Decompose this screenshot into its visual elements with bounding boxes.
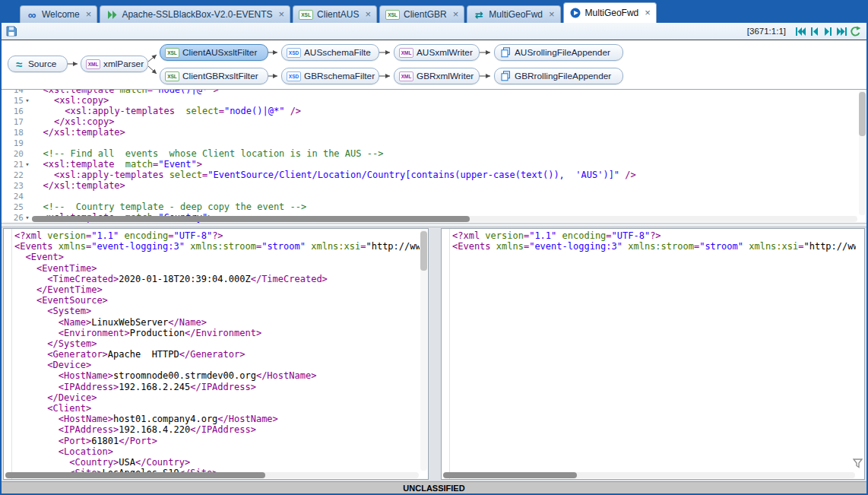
line-number[interactable]: 25 <box>2 201 32 212</box>
pipeline-editor: ≈SourceXMLxmlParserXSLClientAUSxsltFilte… <box>2 40 866 90</box>
xslt-icon: XSL <box>385 10 400 20</box>
infinity-icon: ∞ <box>26 9 38 21</box>
code-line: 25 <!-- Country template - deep copy the… <box>2 201 857 212</box>
line-number[interactable]: 14 <box>2 90 32 95</box>
xml-line: </System> <box>14 338 420 349</box>
tab-label: Welcome <box>42 9 80 20</box>
pipeline-element-ClientAUSxsltFilter[interactable]: XSLClientAUSxsltFilter <box>160 44 268 61</box>
line-number[interactable]: 22 <box>2 170 32 180</box>
xml-line: <EventTime> <box>14 263 420 274</box>
editor-content: 14 <xsl:template match="node()|@*">15▾ <… <box>2 90 857 223</box>
xslt-icon: XSL <box>299 10 313 20</box>
save-button[interactable] <box>5 24 18 38</box>
element-label: GBRrollingFileAppender <box>515 71 611 81</box>
code-line: 18 </xsl:template> <box>2 127 857 138</box>
xml-line: </EventTime> <box>14 284 420 295</box>
close-icon[interactable]: × <box>365 11 371 18</box>
editor-horizontal-scrollbar[interactable] <box>32 216 857 222</box>
rolling-file-icon <box>499 71 512 82</box>
refresh-button[interactable] <box>848 25 862 38</box>
editor-vertical-scrollbar[interactable] <box>859 90 866 215</box>
xml-line: <System> <box>14 306 420 316</box>
step-last-button[interactable] <box>835 25 848 38</box>
xml-line: <Location> <box>14 446 420 457</box>
code-line: 14 <xsl:template match="node()|@*"> <box>2 90 857 95</box>
classification-text: UNCLASSIFIED <box>403 484 464 493</box>
tab-clientaus[interactable]: XSLClientAUS× <box>293 5 377 23</box>
line-number[interactable]: 16 <box>2 106 32 116</box>
line-number[interactable]: 23 <box>2 180 32 191</box>
xml-line: <IPAddress>192.168.4.220</IPAddress> <box>14 424 420 435</box>
element-label: Source <box>28 59 56 69</box>
pipeline-element-AUSschemaFilte[interactable]: XSDAUSschemaFilte <box>281 44 379 61</box>
refresh-icon <box>850 26 861 37</box>
input-data-pane[interactable]: <?xml version="1.1" encoding="UTF-8"?><E… <box>3 228 429 480</box>
line-number[interactable]: 15▾ <box>2 95 32 106</box>
stepper-icon <box>569 8 581 19</box>
line-number[interactable]: 19 <box>2 138 32 148</box>
pipeline-element-ClientGBRxsltFilter[interactable]: XSLClientGBRxsltFilter <box>160 68 268 84</box>
output-xml: <?xml version="1.1" encoding="UTF-8"?><E… <box>452 230 856 479</box>
element-label: ClientGBRxsltFilter <box>182 71 258 81</box>
tab-label: MultiGeoFwd <box>585 8 639 18</box>
xml-icon: XML <box>399 48 413 58</box>
tab-bar: ∞Welcome×Apache-SSLBlackBox-V2.0-EVENTS×… <box>2 0 866 23</box>
pipeline-element-GBRschemaFilter[interactable]: XSDGBRschemaFilter <box>281 68 379 84</box>
element-label: GBRxmlWriter <box>417 71 474 81</box>
xml-icon: XML <box>86 59 100 69</box>
element-label: ClientAUSxsltFilter <box>182 47 257 58</box>
close-icon[interactable]: × <box>86 11 92 18</box>
save-icon <box>5 25 17 37</box>
line-number[interactable]: 18 <box>2 127 32 138</box>
xslt-code-editor[interactable]: 14 <xsl:template match="node()|@*">15▾ <… <box>2 90 866 223</box>
stroom-app-window: ∞Welcome×Apache-SSLBlackBox-V2.0-EVENTS×… <box>0 0 868 495</box>
xml-line: <?xml version="1.1" encoding="UTF-8"?> <box>14 230 420 241</box>
xml-line: <Name>LinuxWebServer</Name> <box>14 317 420 328</box>
step-forward-icon <box>825 27 832 36</box>
pipeline-element-xmlParser[interactable]: XMLxmlParser <box>81 56 148 72</box>
tab-apache-sslblackbox-v2.0-events[interactable]: Apache-SSLBlackBox-V2.0-EVENTS× <box>100 5 290 23</box>
pipeline-element-AUSrollingFileAppender[interactable]: AUSrollingFileAppender <box>494 44 623 61</box>
line-number[interactable]: 24 <box>2 191 32 201</box>
xml-line: <HostName>host01.company4.org</HostName> <box>14 414 420 424</box>
tab-label: Apache-SSLBlackBox-V2.0-EVENTS <box>122 9 272 20</box>
xml-line: <Client> <box>14 403 420 414</box>
xml-line: <?xml version="1.1" encoding="UTF-8"?> <box>452 230 856 241</box>
xml-line: <Generator>Apache HTTPD</Generator> <box>14 349 420 360</box>
pipeline-element-GBRxmlWriter[interactable]: XMLGBRxmlWriter <box>394 68 480 84</box>
close-icon[interactable]: × <box>549 11 555 18</box>
input-horizontal-scrollbar[interactable] <box>5 472 419 478</box>
close-icon[interactable]: × <box>453 11 459 18</box>
output-data-pane[interactable]: <?xml version="1.1" encoding="UTF-8"?><E… <box>441 228 865 480</box>
code-line: 19 <box>2 138 857 148</box>
output-horizontal-scrollbar[interactable] <box>443 472 855 478</box>
step-forward-button[interactable] <box>821 25 835 38</box>
close-icon[interactable]: × <box>278 11 284 18</box>
line-number[interactable]: 26▾ <box>2 212 32 223</box>
tab-multigeofwd[interactable]: MultiGeoFwd× <box>563 2 657 23</box>
pipeline-element-GBRrollingFileAppender[interactable]: GBRrollingFileAppender <box>494 68 623 84</box>
close-icon[interactable]: × <box>645 9 651 17</box>
pipeline-element-Source[interactable]: ≈Source <box>8 56 68 72</box>
filter-icon[interactable] <box>853 458 863 471</box>
input-vertical-scrollbar[interactable] <box>420 230 427 471</box>
tab-multigeofwd[interactable]: ⇄MultiGeoFwd× <box>467 5 560 23</box>
step-first-icon <box>796 27 806 36</box>
pipeline-element-AUSxmlWriter[interactable]: XMLAUSxmlWriter <box>394 44 480 61</box>
xslt-icon: XSL <box>165 71 179 81</box>
feed-icon <box>106 9 118 21</box>
step-first-button[interactable] <box>794 25 807 38</box>
step-backward-button[interactable] <box>807 25 821 38</box>
line-number[interactable]: 17 <box>2 116 32 127</box>
tab-clientgbr[interactable]: XSLClientGBR× <box>379 5 464 23</box>
tab-welcome[interactable]: ∞Welcome× <box>20 5 97 23</box>
line-number[interactable]: 21▾ <box>2 159 32 170</box>
line-number[interactable]: 20 <box>2 148 32 159</box>
step-backward-icon <box>811 27 818 36</box>
step-position-label: [3671:1:1] <box>747 27 786 36</box>
output-gutter-line <box>449 229 450 479</box>
tab-label: ClientAUS <box>317 9 359 20</box>
stream-icon: ≈ <box>13 59 25 70</box>
stepping-data-panes: <?xml version="1.1" encoding="UTF-8"?><E… <box>2 227 866 481</box>
code-line: 20 <!-- Find all events whose Client loc… <box>2 148 857 159</box>
